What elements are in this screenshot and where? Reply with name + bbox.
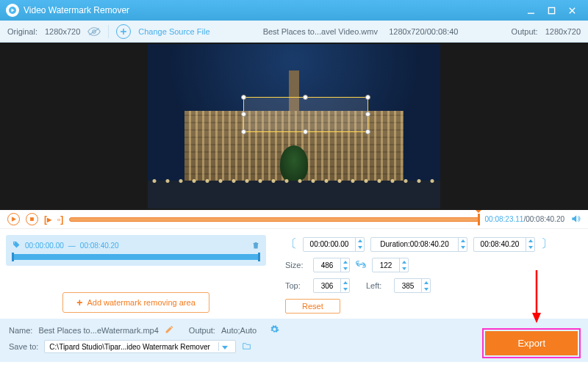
output-resolution: 1280x720 — [545, 27, 581, 36]
clip-end: 00:08:40.20 — [80, 242, 119, 250]
start-time-input[interactable] — [303, 237, 365, 252]
width-input[interactable] — [313, 258, 350, 272]
output-filename: Best Places to...eWatermark.mp4 — [38, 326, 158, 335]
set-end-bracket[interactable]: ▫] — [57, 214, 63, 225]
output-format-label: Output: — [189, 326, 215, 335]
save-path-input[interactable] — [44, 340, 236, 353]
open-folder-icon[interactable] — [242, 341, 251, 352]
timeline-slider[interactable] — [69, 217, 478, 222]
change-source-button[interactable]: Change Source File — [138, 27, 209, 36]
name-label: Name: — [9, 326, 32, 335]
app-logo-icon — [6, 4, 19, 17]
svg-rect-9 — [30, 217, 33, 220]
volume-icon[interactable] — [570, 214, 581, 225]
watermark-selection-box[interactable] — [243, 97, 368, 132]
aspect-lock-icon[interactable] — [356, 261, 366, 269]
output-format-value: Auto;Auto — [221, 326, 257, 335]
original-resolution: 1280x720 — [45, 27, 80, 36]
save-to-label: Save to: — [9, 342, 38, 351]
bracket-start-icon[interactable]: 〔 — [285, 236, 297, 252]
left-label: Left: — [366, 281, 388, 290]
watermark-area-clip[interactable]: 00:00:00.00 — 00:08:40.20 — [6, 235, 266, 266]
top-label: Top: — [285, 281, 307, 290]
left-input[interactable] — [394, 278, 431, 293]
original-label: Original: — [7, 27, 37, 36]
add-source-icon[interactable] — [116, 24, 131, 39]
app-title: Video Watermark Remover — [24, 5, 520, 15]
add-area-label: Add watermark removing area — [87, 298, 195, 307]
end-time-input[interactable] — [473, 237, 535, 252]
current-time: 00:08:23.11 — [485, 215, 524, 223]
delete-clip-button[interactable] — [251, 239, 260, 253]
video-preview[interactable] — [0, 43, 588, 210]
set-start-bracket[interactable]: [▸ — [44, 214, 51, 225]
file-duration: 00:08:40 — [427, 27, 459, 36]
minimize-button[interactable] — [520, 0, 541, 21]
edit-name-icon[interactable] — [165, 325, 174, 336]
save-path-dropdown[interactable] — [218, 342, 231, 351]
file-resolution: 1280x720 — [389, 27, 424, 36]
plus-icon: + — [76, 297, 82, 308]
export-button[interactable]: Export — [485, 331, 578, 355]
height-input[interactable] — [372, 258, 409, 272]
play-button[interactable] — [7, 213, 20, 225]
svg-rect-2 — [548, 7, 554, 13]
tag-icon — [12, 241, 21, 250]
add-watermark-area-button[interactable]: + Add watermark removing area — [62, 292, 209, 313]
output-label: Output: — [512, 27, 538, 36]
svg-line-6 — [90, 28, 100, 35]
bracket-end-icon[interactable]: 〕 — [541, 236, 553, 252]
stop-button[interactable] — [26, 213, 38, 225]
current-filename: Best Places to...avel Video.wmv — [263, 27, 378, 36]
top-input[interactable] — [313, 278, 350, 293]
output-settings-icon[interactable] — [270, 325, 279, 336]
duration-input[interactable] — [370, 237, 467, 252]
clip-range-bar[interactable] — [12, 254, 260, 260]
clip-start: 00:00:00.00 — [25, 242, 64, 250]
close-button[interactable] — [562, 0, 582, 21]
total-duration: 00:08:40.20 — [526, 215, 564, 223]
maximize-button[interactable] — [541, 0, 562, 21]
reset-button[interactable]: Reset — [285, 299, 340, 314]
preview-toggle-icon[interactable] — [87, 27, 101, 36]
size-label: Size: — [285, 261, 307, 269]
